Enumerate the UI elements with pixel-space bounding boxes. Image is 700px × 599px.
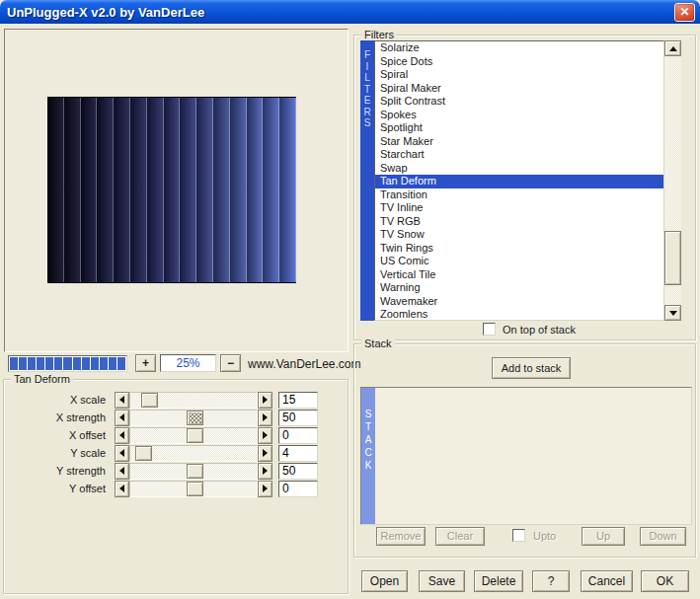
stack-list-area: STACK [360,387,692,525]
filter-item[interactable]: Spiral [375,68,663,82]
filter-item[interactable]: Tan Deform [375,175,663,188]
filter-item[interactable]: Zoomlens [375,308,663,321]
scrollbar-up-button[interactable] [664,40,681,56]
stack-group-label: Stack [361,337,395,349]
slider-value-input[interactable] [278,463,318,480]
filter-item[interactable]: Split Contrast [375,95,663,109]
slider-left-arrow[interactable] [115,427,129,444]
filter-item[interactable]: Wavemaker [375,295,663,309]
left-triangle-icon [116,449,124,457]
close-button[interactable]: ✕ [674,3,695,22]
scrollbar-thumb[interactable] [664,231,681,285]
slider-right-arrow[interactable] [258,427,272,444]
filter-item[interactable]: Twin Rings [375,242,663,256]
preview-stripe [230,98,247,282]
help-button[interactable]: ? [532,570,570,592]
slider-thumb[interactable] [187,464,203,479]
slider-row: X scale [13,391,318,409]
slider-value-input[interactable] [278,445,318,462]
scrollbar-down-button[interactable] [664,305,681,321]
filter-item[interactable]: Solarize [375,41,663,55]
upto-checkbox[interactable] [512,529,525,542]
progress-bar [8,355,127,372]
slider-label: X scale [13,394,106,406]
slider-track[interactable] [129,427,258,444]
preview-stripe [164,98,181,282]
filter-item[interactable]: Warning [375,281,663,295]
slider-row: Y scale [13,444,318,462]
filter-item[interactable]: Starchart [375,148,663,162]
slider-track[interactable] [129,481,258,497]
filter-list-scrollbar[interactable] [664,40,681,321]
slider-label: Y offset [13,483,106,494]
vendor-website-text: www.VanDerLee.com [248,357,361,371]
slider-right-arrow[interactable] [258,463,272,480]
filter-item[interactable]: Spotlight [375,121,663,135]
slider-value-input[interactable] [278,410,318,426]
progress-segment [19,357,27,370]
slider-track[interactable] [129,463,258,480]
progress-segment [73,357,81,370]
progress-segment [82,357,90,370]
slider-thumb[interactable] [187,411,203,425]
zoom-in-button[interactable]: + [135,354,156,372]
filter-item[interactable]: Star Maker [375,135,663,149]
slider-thumb[interactable] [135,446,152,461]
up-button[interactable]: Up [582,527,625,546]
left-triangle-icon [116,467,124,475]
filter-item[interactable]: Spice Dots [375,55,663,69]
down-button[interactable]: Down [640,527,686,546]
stack-list [375,388,691,524]
filter-item[interactable]: TV Snow [375,228,663,242]
ok-button[interactable]: OK [641,570,689,592]
slider-left-arrow[interactable] [115,410,129,426]
slider-left-arrow[interactable] [115,445,129,462]
slider-left-arrow[interactable] [115,481,129,497]
add-to-stack-button[interactable]: Add to stack [492,357,571,379]
filter-item[interactable]: TV Inline [375,201,663,215]
slider-thumb[interactable] [187,428,203,443]
filter-item[interactable]: Swap [375,162,663,176]
clear-button[interactable]: Clear [435,527,485,546]
slider-right-arrow[interactable] [258,445,272,462]
slider-label: X offset [13,429,106,441]
side-bar-letter: E [364,95,371,107]
open-button[interactable]: Open [361,570,408,592]
slider-track[interactable] [129,445,258,462]
slider-left-arrow[interactable] [115,463,129,480]
preview-stripe [180,98,196,282]
slider-thumb[interactable] [141,393,158,408]
left-triangle-icon [116,431,124,439]
slider-track[interactable] [129,410,258,426]
filter-item[interactable]: Vertical Tile [375,268,663,282]
filter-list: SolarizeSpice DotsSpiralSpiral MakerSpli… [374,40,664,321]
cancel-button[interactable]: Cancel [581,570,633,592]
on-top-of-stack-row: On top of stack [483,323,576,336]
slider-right-arrow[interactable] [258,481,272,497]
filter-item[interactable]: US Comic [375,255,663,268]
filter-item[interactable]: Transition [375,188,663,202]
slider-thumb[interactable] [187,482,203,496]
filter-item[interactable]: Spokes [375,109,663,122]
slider-value-input[interactable] [278,427,318,444]
filter-item[interactable]: Spiral Maker [375,82,663,96]
title-bar[interactable]: UnPlugged-X v2.0 by VanDerLee [0,0,700,24]
save-button[interactable]: Save [419,570,465,592]
zoom-out-button[interactable]: − [220,354,241,372]
progress-segment [28,357,36,370]
progress-segment [54,357,62,370]
filter-item[interactable]: TV RGB [375,215,663,229]
side-bar-letter: A [365,433,372,446]
delete-button[interactable]: Delete [474,570,523,592]
on-top-of-stack-checkbox[interactable] [483,323,496,336]
slider-value-input[interactable] [278,392,318,409]
progress-segment [91,357,99,370]
remove-button[interactable]: Remove [376,527,426,546]
slider-right-arrow[interactable] [258,392,272,409]
slider-track[interactable] [129,392,258,409]
progress-segment [117,357,125,370]
progress-segment [45,357,53,370]
slider-value-input[interactable] [278,481,318,497]
slider-left-arrow[interactable] [115,392,129,409]
slider-right-arrow[interactable] [258,410,272,426]
